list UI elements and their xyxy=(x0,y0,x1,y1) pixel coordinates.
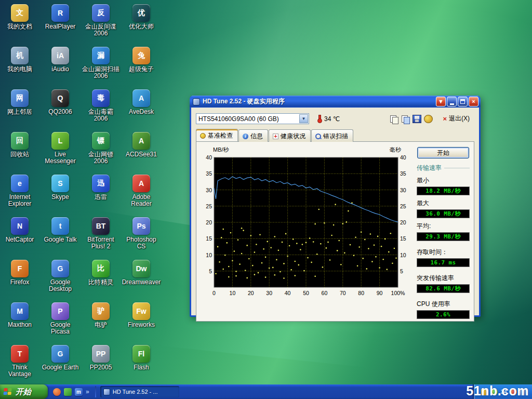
save-icon[interactable] xyxy=(413,115,421,123)
maximize-button[interactable] xyxy=(458,97,468,107)
desktop-icon-kingsoft-antispyware-2006[interactable]: 反金山反间谍 2006 xyxy=(81,4,121,37)
copy-image-icon[interactable] xyxy=(401,115,410,123)
desktop-icon-google-desktop[interactable]: GGoogle Desktop xyxy=(41,260,80,293)
options-icon[interactable] xyxy=(424,115,433,123)
desktop-icon-photoshop-cs[interactable]: PsPhotoshop CS xyxy=(122,217,161,250)
desktop-icon-google-talk[interactable]: tGoogle Talk xyxy=(41,217,80,243)
hdtune-app-icon xyxy=(193,98,200,105)
benchmark-page: MB/秒 毫秒 40403535303025252020151510105501… xyxy=(196,141,474,322)
skype-icon: S xyxy=(51,175,69,192)
start-benchmark-button[interactable]: 开始 xyxy=(417,147,469,158)
svg-text:15: 15 xyxy=(206,235,212,242)
titlebar[interactable]: HD Tune 2.52 - 硬盘实用程序 ▼ × xyxy=(190,96,481,108)
health-cross-icon: + xyxy=(273,134,278,139)
exit-button[interactable]: × 退出(X) xyxy=(438,113,474,125)
desktop-icon-firefox[interactable]: FFirefox xyxy=(0,260,39,286)
close-button[interactable]: × xyxy=(469,97,478,107)
desktop-icon-fireworks[interactable]: FwFireworks xyxy=(122,302,161,328)
desktop-icon-label: 金山漏洞扫描 2006 xyxy=(81,66,121,80)
desktop-icon-kingsoft-vulnscan-2006[interactable]: 漏金山漏洞扫描 2006 xyxy=(81,47,121,80)
benchmark-icon xyxy=(200,133,206,139)
desktop-icon-label: 金山反间谍 2006 xyxy=(81,23,121,37)
svg-text:25: 25 xyxy=(206,203,212,209)
think-vantage-icon: T xyxy=(11,345,29,363)
desktop-icon-label: 优化大师 xyxy=(129,23,154,30)
benchmark-chart: 4040353530302525202015151010550102030405… xyxy=(200,154,411,304)
desktop-icon-emule[interactable]: 驴电驴 xyxy=(81,302,121,328)
realplayer-icon: R xyxy=(51,4,69,22)
hdtune-task-icon xyxy=(103,389,110,395)
temperature-value: 34 ℃ xyxy=(324,115,340,123)
tab-health[interactable]: + 健康状况 xyxy=(269,129,311,142)
svg-text:20: 20 xyxy=(400,219,406,225)
desktop-icon-my-computer[interactable]: 机我的电脑 xyxy=(0,47,39,73)
desktop-icon-think-vantage[interactable]: TThink Vantage xyxy=(0,345,39,378)
desktop-icon-iaudio[interactable]: iAiAudio xyxy=(41,47,80,73)
titlebar-download-button[interactable]: ▼ xyxy=(436,97,446,107)
desktop-icon-pp2005[interactable]: PPPP2005 xyxy=(81,345,121,371)
desktop-icon-dreamweaver[interactable]: DwDreamweaver xyxy=(122,260,161,286)
desktop-icon-kingsoft-duba-2006[interactable]: 毒金山毒霸 2006 xyxy=(81,89,121,123)
chevron-down-icon[interactable]: ▼ xyxy=(299,114,308,123)
desktop-icon-label: Think Vantage xyxy=(0,364,39,378)
desktop-icon-google-picasa[interactable]: PGoogle Picasa xyxy=(41,302,80,336)
desktop-icon-bittorrent-plus-2[interactable]: BTBitTorrent Plus! 2 xyxy=(81,217,121,250)
start-label: 开始 xyxy=(16,387,31,397)
avg-label: 平均: xyxy=(417,222,470,231)
svg-text:20: 20 xyxy=(206,219,212,225)
tab-info-label: 信息 xyxy=(250,132,263,141)
quicklaunch-icon-3[interactable]: m xyxy=(75,388,83,396)
watermark: 51nb.com xyxy=(466,383,529,398)
quicklaunch-icon-2[interactable] xyxy=(64,388,72,396)
drive-select-combobox[interactable]: HTS541060G9SA00 (60 GB) ▼ xyxy=(196,113,309,124)
desktop-icon-kingsoft-netguard-2006[interactable]: 镖金山网镖 2006 xyxy=(81,132,121,165)
desktop-icon-xunlei[interactable]: 迅迅雷 xyxy=(81,175,121,201)
y-axis-left-label: MB/秒 xyxy=(213,146,229,154)
desktop-icon-bitspirit[interactable]: 比比特精灵 xyxy=(81,260,121,286)
desktop-icon-google-earth[interactable]: GGoogle Earth xyxy=(41,345,80,371)
taskbar: 开始 m » HD Tune 2.52 - ... 34 xyxy=(0,384,532,399)
copy-text-icon[interactable] xyxy=(390,115,398,123)
hdtune-task-button[interactable]: HD Tune 2.52 - ... xyxy=(100,386,179,397)
cpu-usage-value: 2.6% xyxy=(417,310,470,319)
tab-benchmark[interactable]: 基准检查 xyxy=(196,129,238,141)
desktop-icon-adobe-reader[interactable]: AAdobe Reader xyxy=(122,175,161,208)
desktop-icon-internet-explorer[interactable]: eInternet Explorer xyxy=(0,175,39,208)
tab-info[interactable]: i 信息 xyxy=(238,129,268,142)
desktop-icon-label: ACDSee31 xyxy=(126,151,157,158)
desktop-icon-netcaptor[interactable]: NNetCaptor xyxy=(0,217,39,243)
desktop-icon-acdsee31[interactable]: AACDSee31 xyxy=(122,132,161,158)
my-computer-icon: 机 xyxy=(11,47,29,64)
toolbar: HTS541060G9SA00 (60 GB) ▼ 34 ℃ × 退出(X) xyxy=(195,110,475,126)
desktop-icon-live-messenger[interactable]: LLive Messenger xyxy=(41,132,80,165)
desktop-icon-recycle-bin[interactable]: 回回收站 xyxy=(0,132,39,158)
avedesk-icon: A xyxy=(132,89,150,107)
start-button[interactable]: 开始 xyxy=(0,384,48,399)
tab-error-scan[interactable]: 错误扫描 xyxy=(311,129,353,142)
maxthon-icon: M xyxy=(11,302,29,320)
svg-text:30: 30 xyxy=(266,290,272,296)
quicklaunch-icon-1[interactable] xyxy=(53,388,61,396)
toolbar-icons xyxy=(390,115,433,123)
desktop-icon-maxthon[interactable]: MMaxthon xyxy=(0,302,39,328)
kingsoft-netguard-2006-icon: 镖 xyxy=(92,132,110,150)
desktop-icon-skype[interactable]: SSkype xyxy=(41,175,80,201)
windows-flag-icon xyxy=(3,388,13,396)
desktop-icon-network-places[interactable]: 网网上邻居 xyxy=(0,89,39,115)
desktop-icon-flash[interactable]: FlFlash xyxy=(122,345,161,371)
desktop-icon-avedesk[interactable]: AAveDesk xyxy=(122,89,161,115)
thermometer-icon xyxy=(317,115,321,123)
avg-value: 29.3 MB/秒 xyxy=(417,232,470,241)
desktop-icon-label: Dreamweaver xyxy=(122,279,161,286)
desktop-icon-qq2006[interactable]: QQQ2006 xyxy=(41,89,80,115)
desktop-icon-super-rabbit[interactable]: 兔超级兔子 xyxy=(122,47,161,73)
internet-explorer-icon: e xyxy=(11,175,29,192)
quicklaunch-chevron-icon[interactable]: » xyxy=(86,388,89,395)
svg-text:60: 60 xyxy=(322,290,328,296)
desktop-icon-youhua-dashi[interactable]: 优优化大师 xyxy=(122,4,161,30)
transfer-rate-group-label: 传输速率 xyxy=(417,164,470,172)
desktop-icon-realplayer[interactable]: RRealPlayer xyxy=(41,4,80,30)
desktop-icon-my-documents[interactable]: 文我的文档 xyxy=(0,4,39,30)
desktop-icon-label: Google Desktop xyxy=(41,279,80,293)
minimize-button[interactable] xyxy=(447,97,457,107)
